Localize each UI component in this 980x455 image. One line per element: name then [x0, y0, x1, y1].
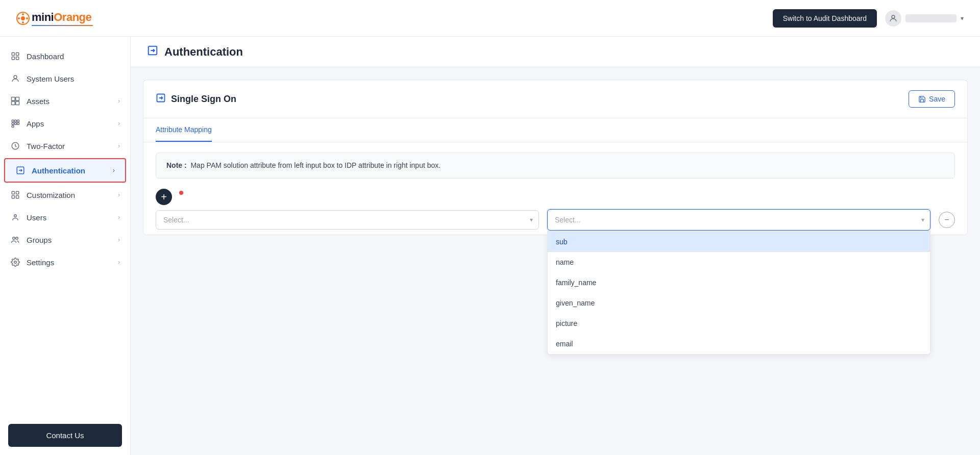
sidebar-item-customization[interactable]: Customization ›	[0, 184, 130, 206]
dashboard-label: Dashboard	[27, 52, 64, 61]
contact-us-button[interactable]: Contact Us	[8, 424, 122, 447]
logo: miniOrange	[16, 11, 93, 26]
settings-chevron-icon: ›	[118, 259, 120, 266]
authentication-label: Authentication	[32, 166, 85, 175]
svg-point-32	[14, 261, 17, 264]
authentication-chevron-icon: ›	[113, 167, 115, 174]
save-label: Save	[929, 95, 945, 103]
assets-icon	[10, 96, 20, 106]
sidebar-footer: Contact Us	[0, 416, 130, 455]
minus-icon: −	[944, 215, 949, 224]
svg-rect-16	[12, 120, 14, 122]
dropdown-option-sub[interactable]: sub	[548, 232, 930, 252]
groups-icon	[10, 235, 20, 245]
settings-label: Settings	[27, 258, 54, 267]
svg-rect-17	[15, 120, 17, 122]
save-icon	[918, 95, 926, 103]
logo-text: miniOrange	[32, 11, 91, 23]
two-factor-chevron-icon: ›	[118, 142, 120, 149]
card-header: Single Sign On Save	[143, 80, 967, 118]
sidebar-item-system-users[interactable]: System Users	[0, 67, 130, 90]
svg-point-6	[892, 15, 895, 18]
user-area[interactable]: ▾	[885, 10, 964, 27]
sidebar-item-authentication[interactable]: Authentication ›	[4, 158, 126, 183]
sidebar-item-groups[interactable]: Groups ›	[0, 229, 130, 251]
system-users-label: System Users	[27, 74, 74, 83]
svg-rect-21	[17, 123, 19, 125]
left-select[interactable]: Select...	[156, 210, 539, 230]
sidebar-item-two-factor[interactable]: Two-Factor ›	[0, 135, 130, 157]
svg-rect-9	[12, 57, 14, 60]
sso-icon	[156, 93, 166, 106]
users-chevron-icon: ›	[118, 214, 120, 221]
note-label: Note :	[166, 161, 187, 169]
right-select-display[interactable]: Select...	[547, 209, 930, 231]
groups-label: Groups	[27, 236, 52, 244]
dropdown-option-name[interactable]: name	[548, 252, 930, 272]
save-button[interactable]: Save	[909, 90, 955, 108]
add-mapping-button[interactable]: +	[156, 189, 172, 205]
svg-point-5	[26, 17, 28, 19]
header: miniOrange Switch to Audit Dashboard ▾	[0, 0, 980, 37]
svg-rect-13	[16, 97, 19, 101]
logo-icon	[16, 12, 30, 25]
sidebar-item-users[interactable]: Users ›	[0, 206, 130, 229]
dashboard-icon	[10, 51, 20, 61]
customization-icon	[10, 190, 20, 200]
audit-dashboard-button[interactable]: Switch to Audit Dashboard	[773, 9, 877, 28]
sidebar-item-apps[interactable]: Apps ›	[0, 112, 130, 135]
left-select-wrapper: Select... ▾	[156, 210, 539, 230]
page-title-icon	[147, 45, 158, 59]
dropdown-option-family-name[interactable]: family_name	[548, 272, 930, 293]
right-select-wrapper: Select... ▾ sub name family_name given_n…	[547, 209, 930, 231]
svg-rect-14	[12, 102, 15, 105]
svg-rect-20	[15, 123, 17, 125]
apps-chevron-icon: ›	[118, 120, 120, 127]
svg-point-11	[14, 75, 17, 79]
indicator-dot	[179, 191, 183, 195]
svg-point-31	[16, 237, 18, 240]
note-box: Note : Map PAM solution attribute from l…	[156, 153, 955, 179]
dropdown-option-picture[interactable]: picture	[548, 313, 930, 334]
assets-label: Assets	[27, 97, 50, 106]
main-content: Authentication Single Sign On	[131, 37, 980, 455]
mapping-row: Select... ▾ Select... ▾ sub name family_…	[156, 209, 955, 231]
sidebar-item-assets[interactable]: Assets ›	[0, 90, 130, 112]
svg-rect-10	[16, 57, 19, 60]
note-text: Map PAM solution attribute from left inp…	[190, 161, 440, 169]
logo-underline	[32, 25, 93, 26]
system-users-icon	[10, 73, 20, 84]
header-right: Switch to Audit Dashboard ▾	[773, 9, 964, 28]
page-title: Authentication	[164, 45, 243, 59]
two-factor-label: Two-Factor	[27, 142, 65, 150]
svg-point-4	[18, 17, 20, 19]
logo-mini: mini	[32, 11, 54, 23]
authentication-icon	[15, 165, 26, 175]
svg-point-30	[13, 237, 15, 240]
sidebar-item-dashboard[interactable]: Dashboard	[0, 45, 130, 67]
sidebar-item-settings[interactable]: Settings ›	[0, 251, 130, 273]
svg-point-29	[14, 215, 17, 217]
customization-label: Customization	[27, 191, 75, 199]
svg-rect-22	[12, 125, 14, 128]
add-icon: +	[156, 189, 172, 205]
apps-label: Apps	[27, 119, 44, 128]
svg-point-1	[21, 16, 25, 20]
svg-point-3	[22, 21, 24, 23]
dropdown-option-given-name[interactable]: given_name	[548, 293, 930, 313]
add-row-area: +	[156, 189, 955, 205]
svg-rect-19	[12, 123, 14, 125]
sidebar: Dashboard System Users	[0, 37, 131, 455]
settings-icon	[10, 257, 20, 267]
assets-chevron-icon: ›	[118, 97, 120, 105]
remove-mapping-button[interactable]: −	[939, 212, 955, 228]
apps-icon	[10, 118, 20, 129]
svg-rect-7	[12, 53, 14, 55]
groups-chevron-icon: ›	[118, 236, 120, 243]
two-factor-icon	[10, 141, 20, 151]
sso-title: Single Sign On	[171, 94, 236, 105]
svg-point-2	[22, 13, 24, 15]
sidebar-nav: Dashboard System Users	[0, 37, 130, 416]
dropdown-option-email[interactable]: email	[548, 334, 930, 354]
tab-attribute-mapping[interactable]: Attribute Mapping	[156, 118, 212, 142]
